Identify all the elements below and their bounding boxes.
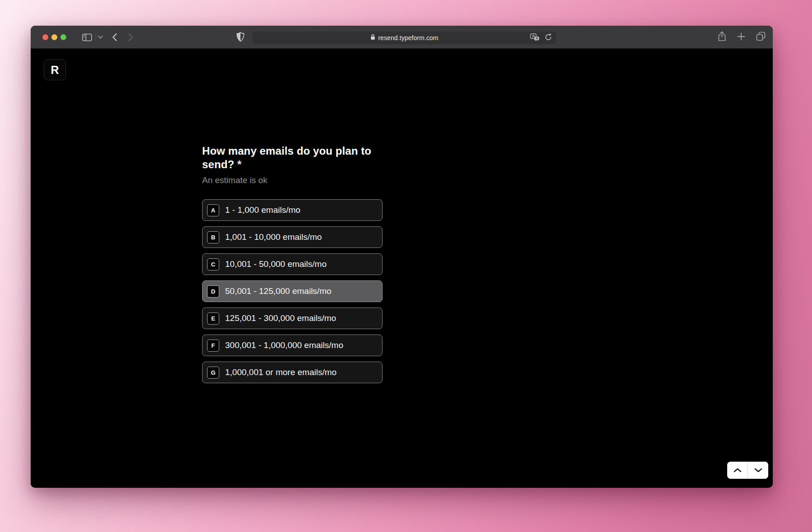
option-a[interactable]: A 1 - 1,000 emails/mo bbox=[202, 199, 383, 221]
brand-logo-letter: R bbox=[51, 64, 59, 77]
option-label: 1 - 1,000 emails/mo bbox=[225, 205, 300, 215]
option-e[interactable]: E 125,001 - 300,000 emails/mo bbox=[202, 307, 383, 329]
next-question-button[interactable] bbox=[748, 462, 768, 479]
option-c[interactable]: C 10,001 - 50,000 emails/mo bbox=[202, 253, 383, 275]
typeform-page: R How many emails do you plan to send? *… bbox=[31, 49, 773, 487]
options-list: A 1 - 1,000 emails/mo B 1,001 - 10,000 e… bbox=[202, 199, 383, 383]
browser-window: resend.typeform.com Aa bbox=[31, 26, 773, 488]
required-asterisk: * bbox=[237, 158, 241, 170]
option-key-badge: G bbox=[207, 367, 219, 379]
minimize-window-button[interactable] bbox=[51, 34, 57, 40]
option-d[interactable]: D 50,001 - 125,000 emails/mo bbox=[202, 280, 383, 302]
toolbar-divider bbox=[96, 32, 96, 42]
chevron-down-icon[interactable] bbox=[98, 36, 103, 39]
address-bar[interactable]: resend.typeform.com Aa bbox=[253, 32, 556, 44]
option-key-badge: E bbox=[207, 312, 219, 325]
option-f[interactable]: F 300,001 - 1,000,000 emails/mo bbox=[202, 335, 383, 356]
question-block: How many emails do you plan to send? * A… bbox=[202, 144, 383, 389]
svg-text:a: a bbox=[536, 37, 538, 40]
chevron-down-icon bbox=[754, 467, 762, 474]
option-label: 125,001 - 300,000 emails/mo bbox=[225, 313, 336, 323]
close-window-button[interactable] bbox=[42, 34, 48, 40]
sidebar-toggle-icon[interactable] bbox=[82, 33, 92, 41]
option-label: 1,000,001 or more emails/mo bbox=[225, 367, 337, 377]
option-label: 300,001 - 1,000,000 emails/mo bbox=[225, 340, 343, 350]
shield-icon[interactable] bbox=[236, 32, 245, 42]
traffic-lights bbox=[42, 34, 66, 40]
option-key-badge: A bbox=[207, 204, 219, 216]
url-text: resend.typeform.com bbox=[378, 34, 438, 41]
new-tab-icon[interactable] bbox=[737, 32, 745, 42]
back-icon[interactable] bbox=[112, 33, 117, 41]
prev-question-button[interactable] bbox=[727, 462, 747, 479]
option-key-badge: B bbox=[207, 231, 219, 243]
svg-text:A: A bbox=[532, 34, 535, 38]
chevron-up-icon bbox=[734, 467, 742, 474]
browser-toolbar: resend.typeform.com Aa bbox=[31, 26, 773, 49]
translate-icon[interactable]: Aa bbox=[530, 33, 540, 43]
option-b[interactable]: B 1,001 - 10,000 emails/mo bbox=[202, 226, 383, 248]
option-label: 1,001 - 10,000 emails/mo bbox=[225, 232, 322, 242]
zoom-window-button[interactable] bbox=[60, 34, 66, 40]
lock-icon bbox=[370, 34, 375, 42]
option-label: 50,001 - 125,000 emails/mo bbox=[225, 286, 332, 296]
question-title: How many emails do you plan to send? * bbox=[202, 144, 383, 171]
option-key-badge: D bbox=[207, 285, 219, 298]
forward-icon[interactable] bbox=[129, 33, 133, 41]
option-key-badge: F bbox=[207, 339, 219, 352]
option-key-badge: C bbox=[207, 258, 219, 271]
share-icon[interactable] bbox=[718, 31, 726, 43]
question-nav bbox=[727, 462, 768, 479]
question-subtitle: An estimate is ok bbox=[202, 175, 383, 186]
option-g[interactable]: G 1,000,001 or more emails/mo bbox=[202, 362, 383, 383]
reload-icon[interactable] bbox=[544, 33, 552, 43]
brand-logo[interactable]: R bbox=[44, 60, 66, 80]
option-label: 10,001 - 50,000 emails/mo bbox=[225, 259, 327, 269]
tab-overview-icon[interactable] bbox=[756, 32, 766, 43]
